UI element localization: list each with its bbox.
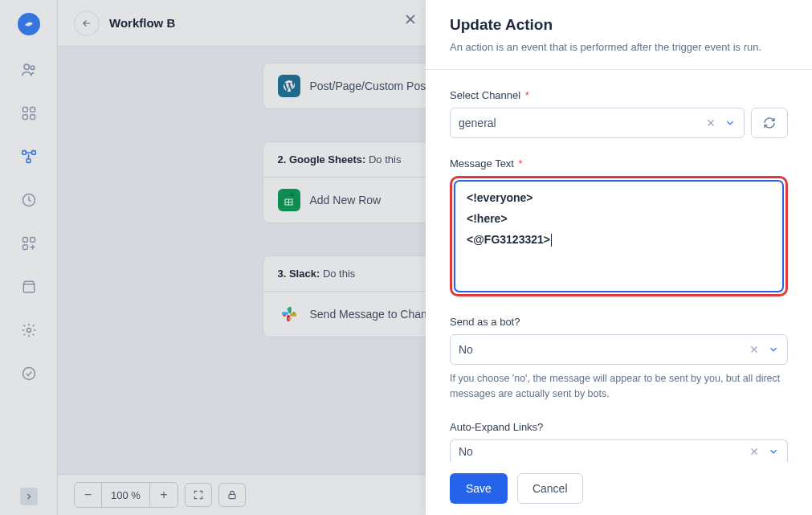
save-button[interactable]: Save — [450, 473, 508, 504]
channel-label: Select Channel * — [450, 89, 788, 101]
message-field: Message Text * <!everyone> <!here> <@FG3… — [450, 157, 788, 296]
chevron-down-icon — [724, 117, 736, 129]
panel-title: Update Action — [450, 16, 788, 34]
text-cursor — [551, 234, 552, 247]
chevron-down-icon — [768, 344, 779, 355]
panel-footer: Save Cancel — [426, 462, 812, 515]
channel-field: Select Channel * general — [450, 89, 788, 138]
panel-subtitle: An action is an event that is performed … — [450, 40, 788, 55]
panel-body: Select Channel * general Message Text * — [426, 70, 812, 462]
clear-icon[interactable] — [705, 117, 716, 129]
channel-select[interactable]: general — [450, 108, 745, 138]
bot-help-text: If you choose 'no', the message will app… — [450, 371, 788, 402]
bot-label: Send as a bot? — [450, 316, 788, 328]
message-textarea[interactable]: <!everyone> <!here> <@FG3123321> — [454, 180, 784, 292]
bot-field: Send as a bot? No If you choose 'no', th… — [450, 316, 788, 402]
message-label: Message Text * — [450, 157, 788, 170]
autoexpand-value: No — [459, 445, 749, 458]
bot-value: No — [459, 343, 749, 356]
cancel-button[interactable]: Cancel — [517, 473, 583, 504]
clear-icon[interactable] — [749, 344, 760, 355]
clear-icon[interactable] — [749, 446, 760, 457]
bot-select[interactable]: No — [450, 334, 788, 365]
update-action-panel: Update Action An action is an event that… — [426, 0, 812, 515]
panel-header: Update Action An action is an event that… — [426, 0, 812, 70]
autoexpand-field: Auto-Expand Links? No — [450, 421, 788, 462]
chevron-down-icon — [768, 446, 779, 457]
autoexpand-label: Auto-Expand Links? — [450, 421, 788, 433]
message-highlight: <!everyone> <!here> <@FG3123321> — [450, 176, 788, 296]
channel-value: general — [459, 116, 705, 129]
refresh-button[interactable] — [751, 108, 788, 138]
autoexpand-select[interactable]: No — [450, 439, 788, 462]
